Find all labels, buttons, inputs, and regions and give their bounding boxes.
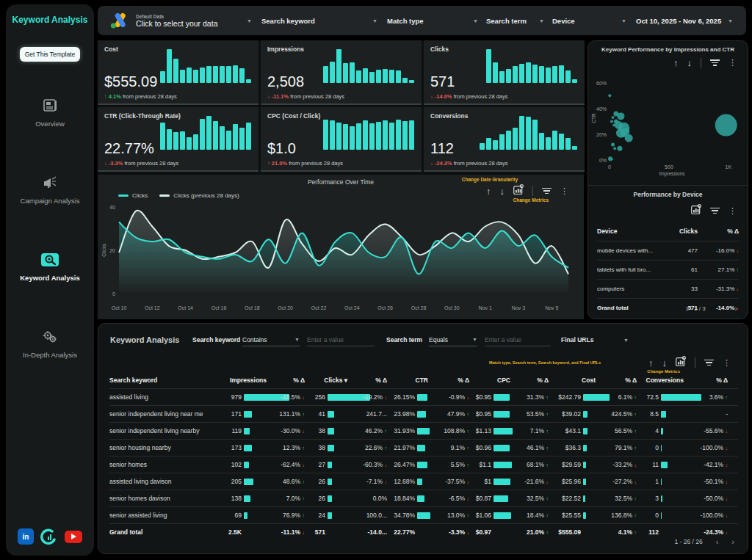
operator-select-equals[interactable]: Equals▼	[429, 333, 477, 346]
prev-page-icon[interactable]: ‹	[719, 304, 722, 313]
column-header[interactable]: % Δ	[267, 377, 305, 384]
chevron-down-icon[interactable]: ▼	[728, 6, 733, 35]
sort-desc-icon[interactable]: ↓	[687, 57, 693, 68]
filter-value-input[interactable]	[307, 333, 375, 346]
delta-arrow-icon: ↓	[726, 446, 728, 451]
operator-select-contains[interactable]: Contains▼	[242, 333, 300, 346]
column-header[interactable]: % Δ	[347, 377, 387, 384]
windsor-icon[interactable]	[40, 528, 58, 545]
delta-arrow-icon: ↓	[726, 479, 728, 484]
delta-cell: 48.6% ↑	[267, 478, 305, 485]
youtube-icon[interactable]	[65, 531, 82, 543]
value-text: $0.95	[469, 393, 491, 401]
sort-asc-icon[interactable]: ↑	[673, 57, 679, 68]
filter-icon[interactable]	[542, 188, 552, 194]
delta-arrow-icon: ↓	[726, 496, 728, 501]
svg-text:Oct 24: Oct 24	[344, 305, 360, 310]
value-text: $29.59	[549, 461, 581, 468]
more-menu-icon[interactable]: ⋮	[723, 358, 731, 368]
svg-text:Nov 1: Nov 1	[479, 305, 492, 310]
final-urls-select[interactable]: Final URLs▼	[561, 333, 629, 346]
column-header[interactable]: Impressions	[220, 377, 267, 384]
more-menu-icon[interactable]: ⋮	[728, 58, 737, 68]
filter-icon[interactable]	[710, 208, 720, 214]
table-row[interactable]: senior independent living near me171131.…	[109, 405, 738, 422]
prev-page-icon[interactable]: ‹	[716, 537, 719, 546]
data-source-selector[interactable]: Default Data Click to select your data	[136, 6, 217, 35]
chevron-down-icon[interactable]: ▼	[372, 6, 377, 35]
table-row[interactable]: tablets with full bro...6127.1% ↑	[597, 260, 739, 279]
change-metrics-icon[interactable]	[513, 184, 524, 197]
sort-asc-icon[interactable]: ↑	[648, 357, 654, 368]
table-row[interactable]: senior homes davison1387.0% ↑260.0%18.84…	[109, 490, 738, 506]
sidebar-item-overview[interactable]: Overview	[6, 73, 94, 150]
change-metrics-icon[interactable]	[676, 356, 686, 369]
chevron-down-icon[interactable]: ▼	[473, 6, 478, 35]
column-header[interactable]: Clicks ▾	[305, 377, 347, 384]
value-cell: 119	[220, 427, 267, 434]
filter-device[interactable]: Device	[552, 6, 575, 35]
delta-cell: 76.9% ↑	[267, 512, 305, 519]
next-page-icon[interactable]: ›	[734, 304, 737, 313]
table-row[interactable]: senior assisted living6976.9% ↑24100.0..…	[109, 506, 738, 523]
chevron-down-icon[interactable]: ▼	[621, 6, 626, 35]
date-range-control[interactable]: Oct 10, 2025 - Nov 6, 2025	[636, 6, 721, 35]
table-row[interactable]: mobile devices with...477-16.0% ↓	[597, 241, 739, 260]
spark-bar	[187, 137, 192, 150]
final-urls-label: Final URLs	[561, 336, 593, 343]
chevron-down-icon[interactable]: ▼	[247, 6, 252, 35]
get-template-button[interactable]: Get This Template	[20, 47, 81, 62]
value-text: 41	[305, 410, 325, 418]
table-row[interactable]: assisted living979-18.5% ↓256-19.2% ↓26.…	[109, 388, 738, 405]
sidebar-item-keyword-analysis[interactable]: Keyword Analysis	[6, 228, 94, 305]
sidebar-item-in-depth-analysis[interactable]: In-Depth Analysis	[6, 305, 94, 382]
linkedin-icon[interactable]: in	[18, 528, 34, 545]
column-header[interactable]: % Δ	[684, 377, 728, 384]
svg-text:1K: 1K	[726, 164, 732, 170]
chevron-down-icon[interactable]: ▼	[539, 6, 544, 35]
delta-cell: 18.4% ↑	[510, 512, 549, 519]
table-row[interactable]: Grand total2.5K-11.1% ↓571-14.0...22.77%…	[109, 523, 738, 540]
sidebar-item-campaign-analysis[interactable]: Campaign Analysis	[6, 150, 94, 228]
column-header[interactable]: Search keyword	[109, 377, 220, 384]
table-row[interactable]: senior homes102-62.4% ↓27-60.3% ↓26.47%5…	[109, 456, 738, 473]
column-header[interactable]: Conversions	[637, 377, 684, 384]
table-row[interactable]: senior housing nearby17312.3% ↑3822.6% ↑…	[109, 439, 738, 456]
more-menu-icon[interactable]: ⋮	[560, 186, 569, 196]
spark-bar	[369, 72, 375, 83]
column-header[interactable]: CTR	[387, 377, 428, 384]
filter-icon[interactable]	[704, 360, 714, 366]
filter-value-input[interactable]	[485, 333, 551, 346]
value-text: 119	[220, 427, 242, 434]
value-cell: $43.1	[549, 427, 596, 434]
spark-bar	[539, 133, 544, 150]
svg-text:Oct 10: Oct 10	[112, 305, 127, 310]
topbar: Default Data Click to select your data ▼…	[98, 6, 746, 35]
filter-search-keyword[interactable]: Search keyword	[261, 6, 315, 35]
column-header[interactable]: Cost	[549, 377, 596, 384]
column-header[interactable]: CPC	[469, 377, 510, 384]
delta-cell: -19.2% ↓	[347, 393, 387, 401]
svg-text:Nov 3: Nov 3	[512, 305, 525, 310]
next-page-icon[interactable]: ›	[731, 537, 734, 546]
more-menu-icon[interactable]: ⋮	[728, 206, 737, 216]
sort-desc-icon[interactable]: ↓	[662, 357, 668, 368]
sort-desc-icon[interactable]: ↓	[500, 186, 505, 197]
filter-match-type[interactable]: Match type	[387, 6, 424, 35]
table-row[interactable]: computers33-31.3% ↓	[597, 279, 739, 298]
table-row[interactable]: assisted living davison20548.6% ↑26-7.1%…	[109, 473, 738, 490]
value-cell: $1.1	[469, 461, 510, 468]
clicks-cell: 33	[665, 286, 698, 292]
value-cell: 0	[637, 444, 684, 451]
sidebar-item-label: Campaign Analysis	[18, 197, 83, 205]
sort-asc-icon[interactable]: ↑	[486, 186, 491, 197]
change-metrics-icon[interactable]	[691, 204, 701, 217]
spark-bar	[180, 70, 185, 83]
column-header[interactable]: % Δ	[596, 377, 637, 384]
column-header[interactable]: % Δ	[510, 377, 549, 384]
value-text: 26	[305, 495, 325, 502]
filter-icon[interactable]	[710, 59, 720, 66]
table-row[interactable]: senior independent living nearby119-30.0…	[109, 422, 738, 439]
column-header[interactable]: % Δ	[428, 377, 469, 384]
filter-search-term[interactable]: Search term	[486, 6, 527, 35]
